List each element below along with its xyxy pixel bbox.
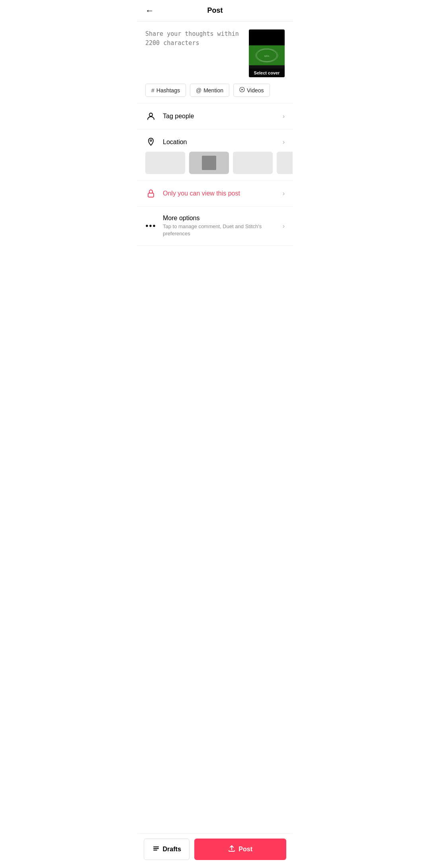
mention-button[interactable]: @ Mention [190, 84, 229, 97]
cover-video-frame: MPA [255, 47, 279, 63]
svg-marker-3 [241, 89, 243, 91]
svg-rect-6 [148, 193, 154, 197]
caption-input[interactable] [145, 29, 242, 61]
video-play-icon [239, 87, 245, 94]
tag-people-row[interactable]: Tag people › [137, 104, 293, 129]
person-icon-svg [146, 111, 156, 121]
cover-image-green: MPA [249, 45, 285, 65]
privacy-row[interactable]: Only you can view this post › [137, 180, 293, 207]
more-options-chevron: › [283, 223, 285, 230]
svg-point-5 [150, 140, 152, 141]
back-button[interactable]: ← [145, 6, 154, 16]
lock-icon-svg [146, 189, 156, 198]
location-chevron: › [283, 139, 285, 146]
more-options-sublabel: Tap to manage comment, Duet and Stitch's… [163, 223, 276, 237]
location-thumb-2[interactable] [189, 152, 229, 174]
privacy-content: Only you can view this post [163, 190, 276, 197]
location-thumb-1[interactable] [145, 152, 185, 174]
pin-icon-svg [146, 137, 156, 147]
privacy-chevron: › [283, 190, 285, 197]
tag-people-chevron: › [283, 113, 285, 120]
more-options-row[interactable]: ••• More options Tap to manage comment, … [137, 207, 293, 246]
tag-people-label: Tag people [163, 113, 194, 119]
mention-label: Mention [203, 87, 223, 94]
cover-image-top [249, 29, 285, 45]
location-label: Location [163, 139, 187, 145]
more-options-content: More options Tap to manage comment, Duet… [163, 215, 276, 237]
hashtags-label: Hashtags [156, 87, 180, 94]
mention-icon: @ [196, 87, 201, 94]
svg-point-0 [256, 49, 278, 62]
location-thumbnails [137, 152, 293, 180]
svg-text:MPA: MPA [264, 55, 270, 57]
play-icon-svg [239, 87, 245, 92]
privacy-label: Only you can view this post [163, 190, 240, 197]
header: ← Post [137, 0, 293, 22]
videos-button[interactable]: Videos [233, 84, 270, 97]
more-options-label: More options [163, 215, 200, 221]
lock-icon [145, 189, 156, 198]
tag-people-content: Tag people [163, 113, 276, 120]
svg-point-4 [149, 113, 152, 116]
tags-row: # Hashtags @ Mention Videos [137, 84, 293, 104]
cover-thumbnail[interactable]: MPA Select cover [249, 29, 285, 77]
location-pin-icon [145, 137, 156, 147]
location-thumb-4-partial[interactable] [277, 152, 293, 174]
dots-icon: ••• [145, 221, 156, 231]
location-thumb-3[interactable] [233, 152, 273, 174]
caption-area: MPA Select cover [137, 22, 293, 84]
page-title: Post [207, 6, 223, 15]
hashtags-button[interactable]: # Hashtags [145, 84, 186, 97]
videos-label: Videos [247, 87, 264, 94]
hashtag-icon: # [151, 87, 154, 94]
location-row[interactable]: Location › [137, 129, 293, 152]
person-icon [145, 111, 156, 121]
location-content: Location [163, 139, 276, 146]
location-thumb-2-image [202, 156, 216, 170]
cover-label: Select cover [249, 68, 285, 77]
